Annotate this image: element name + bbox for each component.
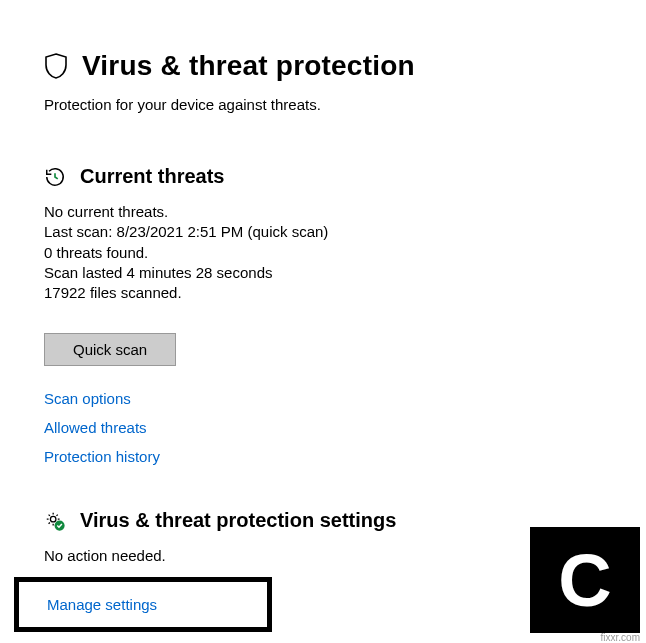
files-scanned-text: 17922 files scanned. xyxy=(44,283,646,303)
shield-icon xyxy=(44,52,68,80)
manage-settings-link[interactable]: Manage settings xyxy=(47,596,157,613)
gear-check-icon xyxy=(44,510,66,532)
page-header: Virus & threat protection xyxy=(44,50,646,82)
protection-history-link[interactable]: Protection history xyxy=(44,448,160,465)
logo-c-glyph: C xyxy=(558,538,611,623)
svg-point-0 xyxy=(50,516,56,522)
manage-settings-highlight: Manage settings xyxy=(14,577,272,632)
last-scan-text: Last scan: 8/23/2021 2:51 PM (quick scan… xyxy=(44,222,646,242)
page-subtitle: Protection for your device against threa… xyxy=(44,96,646,113)
allowed-threats-link[interactable]: Allowed threats xyxy=(44,419,147,436)
watermark-text: fixxr.com xyxy=(601,632,640,643)
scan-duration-text: Scan lasted 4 minutes 28 seconds xyxy=(44,263,646,283)
threats-found-text: 0 threats found. xyxy=(44,243,646,263)
threat-status-block: No current threats. Last scan: 8/23/2021… xyxy=(44,202,646,303)
history-icon xyxy=(44,166,66,188)
protection-settings-title: Virus & threat protection settings xyxy=(80,509,396,532)
scan-options-link[interactable]: Scan options xyxy=(44,390,131,407)
no-threats-text: No current threats. xyxy=(44,202,646,222)
current-threats-header: Current threats xyxy=(44,165,646,188)
corner-logo: C xyxy=(530,527,640,633)
page-title: Virus & threat protection xyxy=(82,50,415,82)
current-threats-title: Current threats xyxy=(80,165,224,188)
quick-scan-button[interactable]: Quick scan xyxy=(44,333,176,366)
